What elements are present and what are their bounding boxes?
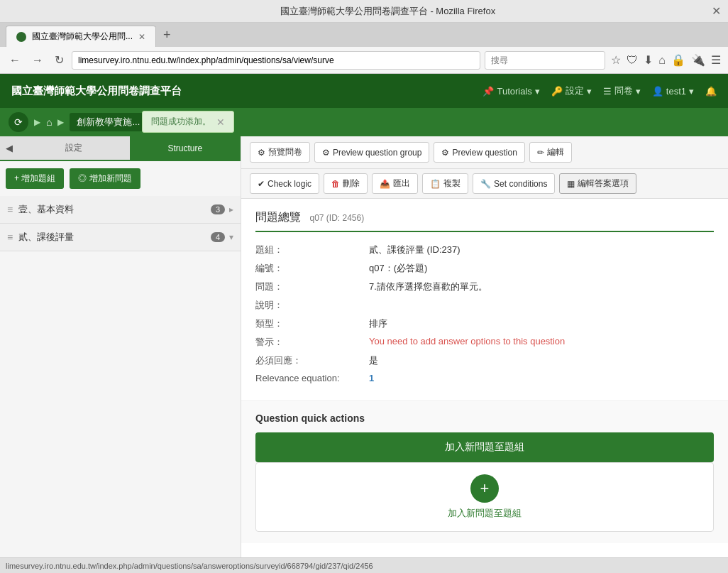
add-question-to-group-button[interactable]: 加入新問題至題組 [255, 432, 714, 462]
check-logic-label: Check logic [268, 179, 311, 189]
user-icon: 👤 [652, 86, 663, 97]
new-tab-button[interactable]: + [156, 23, 178, 47]
overview-value-question: 7.請依序選擇您喜歡的單元。 [369, 280, 714, 293]
search-input[interactable] [485, 51, 605, 70]
breadcrumb-section[interactable]: 創新教學實施... [70, 113, 147, 131]
overview-title: 問題總覽 q07 (ID: 2456) [255, 210, 714, 232]
preview-question-button[interactable]: ⚙ Preview question [434, 142, 524, 163]
tab-settings[interactable]: 設定 [18, 136, 130, 160]
breadcrumb-arrow-1: ▶ [34, 117, 40, 127]
nav-notifications[interactable]: 🔔 [705, 86, 717, 97]
overview-row-relevance: Relevance equation: 1 [255, 373, 714, 383]
tab-structure[interactable]: Structure [130, 136, 241, 160]
check-logic-button[interactable]: ✔ Check logic [250, 173, 319, 194]
preview-group-label: Preview question group [333, 148, 421, 158]
edit-icon: ✏ [537, 148, 544, 158]
preview-survey-icon: ⚙ [258, 148, 265, 158]
edit-answers-button[interactable]: ▦ 編輯答案選項 [559, 173, 636, 194]
settings-label: 設定 [566, 84, 584, 97]
bell-icon: 🔔 [705, 86, 717, 97]
toast-close-button[interactable]: ✕ [216, 116, 225, 128]
overview-label-question: 問題： [255, 280, 369, 293]
nav-tutorials[interactable]: 📌 Tutorials ▾ [482, 86, 539, 97]
download-icon[interactable]: ⬇ [642, 52, 654, 68]
app-navigation: 📌 Tutorials ▾ 🔑 設定 ▾ ☰ 問卷 ▾ 👤 test1 ▾ 🔔 [482, 84, 717, 97]
add-plus-icon: + [470, 474, 499, 503]
export-icon: 📤 [380, 179, 390, 189]
add-question-icon-area[interactable]: + 加入新問題至題組 [255, 462, 714, 532]
shield-icon[interactable]: 🛡 [625, 53, 639, 68]
add-group-button[interactable]: + 增加題組 [6, 168, 64, 189]
overview-value-mandatory: 是 [369, 354, 714, 367]
status-bar: limesurvey.iro.ntnu.edu.tw/index.php/adm… [0, 557, 728, 573]
question-overview: 問題總覽 q07 (ID: 2456) 題組： 貳、課後評量 (ID:237) … [241, 199, 728, 400]
breadcrumb-arrow-2: ▶ [57, 117, 64, 127]
refresh-button[interactable]: ↻ [51, 51, 67, 69]
sidebar-toggle-button[interactable]: ◀ [0, 136, 18, 160]
tab-close-button[interactable]: ✕ [138, 32, 145, 42]
overview-subtitle: q07 (ID: 2456) [309, 213, 364, 223]
content-toolbar-row1: ⚙ 預覽問卷 ⚙ Preview question group ⚙ Previe… [241, 136, 728, 169]
tutorials-icon: 📌 [482, 86, 494, 97]
overview-row-mandatory: 必須回應： 是 [255, 354, 714, 367]
app-header: 國立臺灣師範大學公用問卷調查平台 📌 Tutorials ▾ 🔑 設定 ▾ ☰ … [0, 74, 728, 108]
sidebar-group-2: ≡ 貳、課後評量 4 ▾ [0, 224, 241, 251]
group-2-arrow: ▾ [229, 232, 233, 242]
preview-group-button[interactable]: ⚙ Preview question group [314, 142, 429, 163]
content-toolbar-row2: ✔ Check logic 🗑 刪除 📤 匯出 📋 複製 🔧 Set condi… [241, 169, 728, 199]
content-area: ⚙ 預覽問卷 ⚙ Preview question group ⚙ Previe… [241, 136, 728, 557]
bookmark-icon[interactable]: ☆ [610, 52, 622, 68]
copy-label: 複製 [443, 178, 460, 190]
home-breadcrumb[interactable]: ⌂ [46, 116, 52, 128]
add-question-button[interactable]: ◎ 增加新問題 [70, 168, 140, 189]
app-logo: 國立臺灣師範大學公用問卷調查平台 [11, 84, 182, 98]
security-icon[interactable]: 🔒 [670, 52, 687, 68]
nav-surveys[interactable]: ☰ 問卷 ▾ [603, 84, 641, 97]
overview-label-relevance: Relevance equation: [255, 373, 369, 383]
preview-group-icon: ⚙ [322, 148, 330, 158]
back-button[interactable]: ← [6, 52, 24, 69]
overview-row-code: 編號： q07：(必答題) [255, 262, 714, 275]
export-button[interactable]: 📤 匯出 [372, 173, 418, 194]
extension-icon[interactable]: 🔌 [690, 52, 707, 68]
sidebar-tabs: ◀ 設定 Structure [0, 136, 241, 161]
window-close-button[interactable]: ✕ [712, 4, 721, 18]
delete-label: 刪除 [343, 178, 360, 190]
nav-user[interactable]: 👤 test1 ▾ [652, 86, 694, 97]
browser-tab-active[interactable]: 國立臺灣師範大學公用問... ✕ [6, 26, 156, 47]
sidebar-actions: + 增加題組 ◎ 增加新問題 [0, 161, 241, 196]
nav-settings[interactable]: 🔑 設定 ▾ [551, 84, 592, 97]
menu-icon[interactable]: ☰ [710, 52, 722, 68]
set-conditions-button[interactable]: 🔧 Set conditions [473, 173, 555, 194]
check-logic-icon: ✔ [258, 179, 265, 189]
forward-button[interactable]: → [28, 52, 47, 69]
overview-title-text: 問題總覽 [255, 211, 301, 223]
main-layout: ◀ 設定 Structure + 增加題組 ◎ 增加新問題 ≡ 壹、基本資料 3… [0, 136, 728, 557]
browser-tabs-bar: 國立臺灣師範大學公用問... ✕ + [0, 23, 728, 47]
sidebar-group-1-header[interactable]: ≡ 壹、基本資料 3 ▸ [0, 196, 241, 223]
overview-label-description: 說明： [255, 299, 369, 312]
overview-value-type: 排序 [369, 317, 714, 330]
delete-button[interactable]: 🗑 刪除 [324, 173, 368, 194]
edit-button[interactable]: ✏ 編輯 [529, 142, 572, 163]
export-label: 匯出 [393, 178, 410, 190]
set-conditions-label: Set conditions [494, 179, 547, 189]
sidebar: ◀ 設定 Structure + 增加題組 ◎ 增加新問題 ≡ 壹、基本資料 3… [0, 136, 241, 557]
group-2-badge: 4 [211, 232, 225, 242]
preview-question-icon: ⚙ [441, 148, 449, 158]
quick-actions-section: Question quick actions 加入新問題至題組 + 加入新問題至… [241, 400, 728, 543]
surveys-icon: ☰ [603, 86, 612, 97]
home-icon[interactable]: ⌂ [657, 53, 667, 68]
preview-question-label: Preview question [452, 148, 517, 158]
overview-label-code: 編號： [255, 262, 369, 275]
surveys-chevron: ▾ [636, 86, 641, 97]
overview-row-warning: 警示： You need to add answer options to th… [255, 336, 714, 349]
overview-label-mandatory: 必須回應： [255, 354, 369, 367]
sidebar-group-2-header[interactable]: ≡ 貳、課後評量 4 ▾ [0, 224, 241, 251]
overview-value-group: 貳、課後評量 (ID:237) [369, 244, 714, 256]
sidebar-group-1: ≡ 壹、基本資料 3 ▸ [0, 196, 241, 224]
address-bar: ← → ↻ ☆ 🛡 ⬇ ⌂ 🔒 🔌 ☰ [0, 47, 728, 74]
preview-survey-button[interactable]: ⚙ 預覽問卷 [250, 142, 310, 163]
copy-button[interactable]: 📋 複製 [422, 173, 468, 194]
address-input[interactable] [72, 51, 480, 70]
